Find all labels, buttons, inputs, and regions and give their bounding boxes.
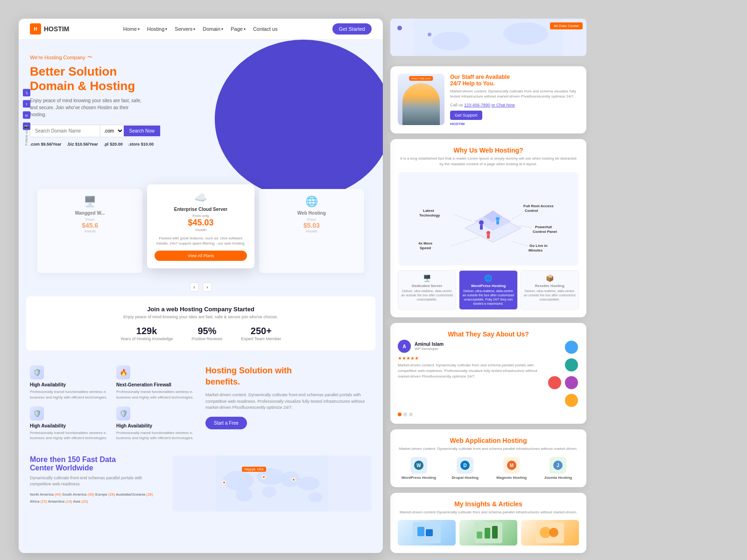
testimonial-avatar-2 [564,357,579,372]
search-button[interactable]: Search Now [124,126,160,136]
phone-link[interactable]: 123-456-7890 [464,103,490,107]
joomla-label: Joomla Hosting [537,476,579,480]
card-navigation: ‹ › [19,282,383,296]
store-price: .store $10.00 [128,142,154,147]
domain-search-bar: .com.net.org Search Now [30,125,161,137]
article-thumb-2[interactable] [459,520,517,546]
svg-text:Control: Control [525,209,538,213]
card-price-3: $5.03 [266,222,358,229]
nav-contact[interactable]: Contact us [253,26,279,32]
logo[interactable]: H HOSTIM [30,23,69,35]
article-thumb-3[interactable] [521,520,579,546]
server-tabs: 🖥️ Dedicated Server Deliver, ultra-realt… [398,270,579,310]
dot-2[interactable] [403,413,407,416]
drupal-hosting-item[interactable]: D Drupal Hosting [444,457,486,480]
svg-point-5 [280,471,300,487]
get-support-button[interactable]: Get Support [450,111,482,120]
hosting-card-managed: 🖥️ Mangged W... From $45.6 /month [37,189,142,273]
stats-title: Join a web Hosting Company Started [37,306,364,313]
reseller-hosting-tab[interactable]: 📦 Reseller Hosting Deliver, ultra-realti… [521,270,579,310]
stats-section: Join a web Hosting Company Started Enjoy… [26,296,375,350]
stat-250: 250+ Expert Team Member [241,326,281,341]
nav-servers[interactable]: Servers [175,26,195,32]
chat-link[interactable]: or Chat Now [492,103,515,107]
map-dot-2 [428,33,431,36]
article-img-2 [474,522,502,543]
testimonial-header: A Aminul Islam WP Developer ★★★★★ Market… [398,340,579,408]
svg-text:W: W [416,463,421,468]
svg-point-6 [297,476,319,490]
articles-grid [398,520,579,546]
facebook-icon[interactable]: f [23,100,30,108]
stat-num-3: 250+ [241,326,281,336]
linkedin-icon[interactable]: in [23,112,30,119]
svg-rect-45 [417,527,424,536]
feature-title-3: High Availability [30,423,110,428]
map-regions: North America (40) South America (39) Eu… [30,491,163,505]
search-input[interactable] [30,126,100,136]
logo-icon: H [30,23,41,35]
svg-text:Go Live in: Go Live in [529,244,548,248]
dot-3[interactable] [409,413,413,416]
staff-figure [402,83,440,125]
dots-navigation [398,413,579,416]
nav-home[interactable]: Home [123,26,140,32]
start-free-button[interactable]: Start a Free [205,417,247,429]
svg-point-19 [486,231,490,235]
feature-2: 🔥 Next-Generation Firewall Professionall… [116,365,196,399]
stat-num-2: 95% [191,326,222,336]
map-desc: Dynamically cultivate front-end schemas … [30,475,163,487]
hero-tag: We're Hosting Company 〜 [30,54,179,61]
nav-page[interactable]: Page [231,26,246,32]
get-started-button[interactable]: Get Started [332,23,372,35]
staff-card: How I help you! Our Staff are Available … [390,66,586,133]
brand-name: HOSTIM [44,25,69,33]
svg-rect-18 [496,221,499,224]
wordpress-hosting-tab[interactable]: 🌐 WordPress Hosting Deliver, ultra-realt… [459,270,517,310]
svg-text:J: J [557,463,559,468]
card-icon-1: 🖥️ [44,196,136,208]
stats-row: 129k Years of Hosting Knowledge 95% Post… [37,326,364,341]
testimonial-title: What They Say About Us? [398,330,579,338]
extension-select[interactable]: .com.net.org [100,125,124,137]
reviewer-details: Aminul Islam WP Developer [415,342,444,351]
card-prev-button[interactable]: ‹ [190,282,199,292]
dedicated-server-tab[interactable]: 🖥️ Dedicated Server Deliver, ultra-realt… [398,270,456,310]
card-title-2: Enterprise Cloud Server [155,207,247,212]
feature-4: 🛡️ High Availability Professionally tran… [116,406,196,441]
wordpress-hosting-item[interactable]: W WordPress Hosting [398,457,440,480]
nav-domain[interactable]: Domain [203,26,223,32]
webapp-desc: Market-driven content. Dynamically culti… [398,446,579,451]
all-data-center-badge[interactable]: All Data Center [550,22,583,29]
staff-phone: Call us 123-456-7890 or Chat Now [450,103,579,107]
card-icon-2: ☁️ [155,192,247,204]
view-all-plans-button[interactable]: View All Plans [155,251,247,261]
twitter-icon[interactable]: 𝕏 [23,89,30,97]
instagram-icon[interactable]: 📷 [23,123,30,130]
svg-point-9 [503,22,548,45]
article-thumb-1[interactable] [398,520,456,546]
dot-1[interactable] [398,413,402,416]
why-diagram: Latest Technology Full Root Access Contr… [398,172,579,266]
stat-label-3: Expert Team Member [241,336,281,341]
svg-text:Speed: Speed [420,246,431,250]
nav-hosting[interactable]: Hosting [147,26,167,32]
svg-text:Minutes: Minutes [529,248,543,252]
main-website-panel: H HOSTIM Home Hosting Servers Domain Pag… [19,19,383,553]
card-next-button[interactable]: › [203,282,212,292]
joomla-hosting-item[interactable]: J Joomla Hosting [537,457,579,480]
svg-text:Powerfull: Powerfull [535,225,552,229]
map-top-right: All Data Center [390,19,586,56]
feature-title-4: High Availability [116,423,196,428]
svg-point-2 [235,488,252,502]
wordpress-label: WordPress Hosting [398,476,440,480]
svg-text:M: M [510,463,514,468]
svg-text:Technology: Technology [419,213,440,217]
svg-point-15 [479,220,484,225]
why-us-desc: It is a long established fact that a rea… [398,156,579,166]
top-right-area: All Data Center [390,19,586,61]
magento-hosting-item[interactable]: M Magento Hosting [491,457,533,480]
why-us-title: Why Us Web Hosting? [398,147,579,154]
feature-desc-1: Professionally transit functionalities w… [30,389,110,399]
svg-text:D: D [464,463,467,468]
